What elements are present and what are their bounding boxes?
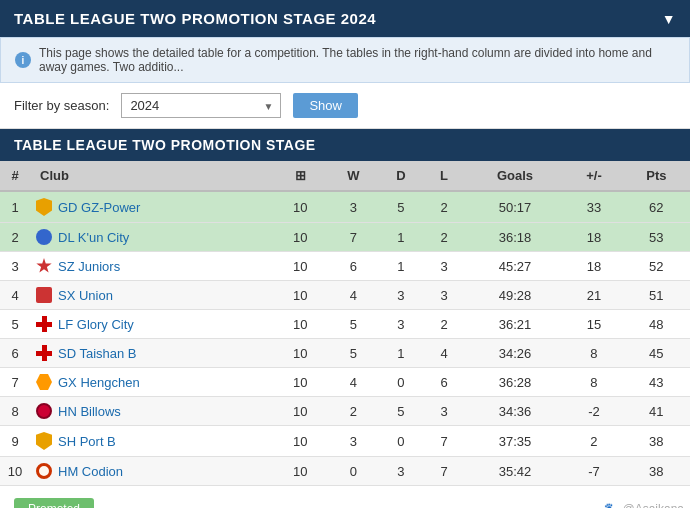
pts-cell: 53 <box>623 223 690 252</box>
section-header: TABLE LEAGUE TWO PROMOTION STAGE <box>0 129 690 161</box>
col-club: Club <box>30 161 273 191</box>
goals-cell: 36:21 <box>465 310 565 339</box>
col-rank: # <box>0 161 30 191</box>
diff-cell: 2 <box>565 426 622 457</box>
club-name-text[interactable]: GD GZ-Power <box>58 200 140 215</box>
chevron-down-icon[interactable]: ▼ <box>662 11 676 27</box>
col-goals: Goals <box>465 161 565 191</box>
w-cell: 4 <box>328 281 379 310</box>
club-cell[interactable]: HM Codion <box>30 457 273 486</box>
played-cell: 10 <box>273 223 328 252</box>
played-cell: 10 <box>273 339 328 368</box>
info-bar: i This page shows the detailed table for… <box>0 37 690 83</box>
club-cell[interactable]: SX Union <box>30 281 273 310</box>
club-icon <box>36 198 52 216</box>
club-cell[interactable]: SD Taishan B <box>30 339 273 368</box>
show-button[interactable]: Show <box>293 93 358 118</box>
goals-cell: 50:17 <box>465 191 565 223</box>
goals-cell: 45:27 <box>465 252 565 281</box>
club-cell[interactable]: LF Glory City <box>30 310 273 339</box>
d-cell: 5 <box>379 191 424 223</box>
club-name-text[interactable]: HN Billows <box>58 404 121 419</box>
page-title: TABLE LEAGUE TWO PROMOTION STAGE 2024 <box>14 10 376 27</box>
club-name-text[interactable]: GX Hengchen <box>58 375 140 390</box>
club-cell[interactable]: HN Billows <box>30 397 273 426</box>
info-icon: i <box>15 52 31 68</box>
club-icon <box>36 432 52 450</box>
pts-cell: 62 <box>623 191 690 223</box>
goals-cell: 36:28 <box>465 368 565 397</box>
club-name-text[interactable]: DL K'un City <box>58 230 129 245</box>
l-cell: 3 <box>423 252 465 281</box>
season-select[interactable]: 2024 2023 2022 <box>121 93 281 118</box>
w-cell: 6 <box>328 252 379 281</box>
club-icon <box>36 287 52 303</box>
club-name-text[interactable]: SH Port B <box>58 434 116 449</box>
club-cell[interactable]: GX Hengchen <box>30 368 273 397</box>
w-cell: 5 <box>328 339 379 368</box>
w-cell: 0 <box>328 457 379 486</box>
section-title: TABLE LEAGUE TWO PROMOTION STAGE <box>14 137 316 153</box>
season-select-wrapper[interactable]: 2024 2023 2022 <box>121 93 281 118</box>
club-icon <box>36 316 52 332</box>
w-cell: 4 <box>328 368 379 397</box>
d-cell: 0 <box>379 426 424 457</box>
pts-cell: 38 <box>623 426 690 457</box>
table-row: 5 LF Glory City 10 5 3 2 36:21 15 48 <box>0 310 690 339</box>
played-cell: 10 <box>273 368 328 397</box>
w-cell: 2 <box>328 397 379 426</box>
goals-cell: 36:18 <box>465 223 565 252</box>
goals-cell: 49:28 <box>465 281 565 310</box>
club-cell[interactable]: GD GZ-Power <box>30 191 273 223</box>
d-cell: 5 <box>379 397 424 426</box>
promoted-badge: Promoted <box>14 498 94 508</box>
table-row: 1 GD GZ-Power 10 3 5 2 50:17 33 62 <box>0 191 690 223</box>
watermark: 🐾 @Asaikana <box>598 496 690 508</box>
table-row: 2 DL K'un City 10 7 1 2 36:18 18 53 <box>0 223 690 252</box>
rank-cell: 7 <box>0 368 30 397</box>
club-name-text[interactable]: LF Glory City <box>58 317 134 332</box>
w-cell: 3 <box>328 426 379 457</box>
table-icon: ⊞ <box>295 168 306 183</box>
pts-cell: 51 <box>623 281 690 310</box>
pts-cell: 52 <box>623 252 690 281</box>
table-row: 3 SZ Juniors 10 6 1 3 45:27 18 52 <box>0 252 690 281</box>
club-name-text[interactable]: SZ Juniors <box>58 259 120 274</box>
d-cell: 0 <box>379 368 424 397</box>
col-l: L <box>423 161 465 191</box>
pts-cell: 45 <box>623 339 690 368</box>
rank-cell: 5 <box>0 310 30 339</box>
rank-cell: 1 <box>0 191 30 223</box>
club-icon <box>36 463 52 479</box>
d-cell: 3 <box>379 457 424 486</box>
col-pts: Pts <box>623 161 690 191</box>
d-cell: 1 <box>379 339 424 368</box>
pts-cell: 38 <box>623 457 690 486</box>
club-cell[interactable]: SH Port B <box>30 426 273 457</box>
col-d: D <box>379 161 424 191</box>
club-name-text[interactable]: HM Codion <box>58 464 123 479</box>
rank-cell: 9 <box>0 426 30 457</box>
w-cell: 3 <box>328 191 379 223</box>
diff-cell: -7 <box>565 457 622 486</box>
rank-cell: 2 <box>0 223 30 252</box>
d-cell: 1 <box>379 223 424 252</box>
diff-cell: 8 <box>565 368 622 397</box>
played-cell: 10 <box>273 191 328 223</box>
club-name-text[interactable]: SX Union <box>58 288 113 303</box>
standings-table: # Club ⊞ W D L Goals +/- Pts 1 GD <box>0 161 690 486</box>
w-cell: 5 <box>328 310 379 339</box>
club-cell[interactable]: SZ Juniors <box>30 252 273 281</box>
table-row: 6 SD Taishan B 10 5 1 4 34:26 8 45 <box>0 339 690 368</box>
played-cell: 10 <box>273 252 328 281</box>
club-name-text[interactable]: SD Taishan B <box>58 346 137 361</box>
l-cell: 2 <box>423 191 465 223</box>
l-cell: 2 <box>423 310 465 339</box>
diff-cell: 18 <box>565 252 622 281</box>
d-cell: 3 <box>379 310 424 339</box>
goals-cell: 35:42 <box>465 457 565 486</box>
table-row: 10 HM Codion 10 0 3 7 35:42 -7 38 <box>0 457 690 486</box>
played-cell: 10 <box>273 426 328 457</box>
club-cell[interactable]: DL K'un City <box>30 223 273 252</box>
played-cell: 10 <box>273 310 328 339</box>
